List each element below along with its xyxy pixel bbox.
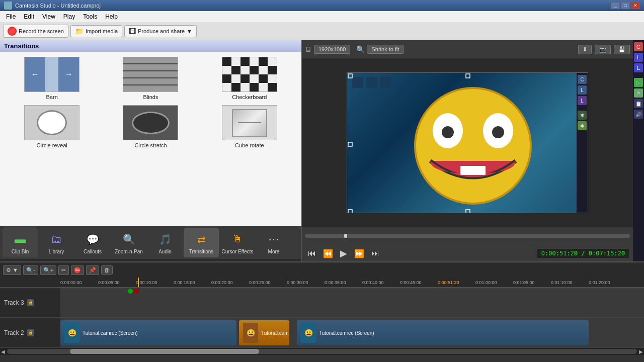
frs-icon-6[interactable]: 📋 [634, 99, 643, 108]
tool-zoom-pan[interactable]: 🔍 Zoom-n-Pan [111, 228, 146, 257]
transitions-label: Transitions [189, 249, 214, 254]
timeline-tool-2[interactable]: ⛔ [71, 265, 84, 275]
preview-rsb-5[interactable]: ✱ [578, 121, 587, 130]
transition-circle-stretch[interactable]: Circle stretch [104, 105, 197, 148]
frs-icon-4[interactable]: ▷ [634, 78, 643, 87]
clip-3-thumb: 😀 [301, 323, 316, 343]
timeline-tool-1[interactable]: ✂ [58, 265, 69, 275]
minimize-button[interactable]: _ [611, 2, 620, 9]
menu-file[interactable]: File [2, 12, 20, 21]
clip-1-thumb: 😀 [64, 323, 79, 343]
timeline-tool-3[interactable]: 📌 [86, 265, 99, 275]
tool-library[interactable]: 🗂 Library [39, 228, 74, 257]
step-back-button[interactable]: ⏪ [321, 248, 335, 259]
scroll-left-arrow[interactable]: ◀ [1, 349, 5, 354]
import-button[interactable]: 📁 Import media [70, 25, 122, 37]
blind-strip-4 [123, 78, 178, 85]
checker-cell-1-2 [240, 66, 250, 74]
preview-controls [302, 227, 633, 245]
library-label: Library [49, 249, 64, 254]
frs-icon-3[interactable]: L [634, 63, 643, 72]
scroll-right-arrow[interactable]: ▶ [639, 349, 643, 354]
preview-right-tools: C L L ✱ ✱ [577, 73, 588, 213]
track-2-clip-2[interactable]: 😀 Tutorial.cam... [239, 320, 289, 345]
close-button[interactable]: ✕ [631, 2, 640, 9]
track-3-name: Track 3 [4, 299, 24, 306]
blind-strip-3 [123, 71, 178, 78]
preview-tool-3[interactable]: 💾 [614, 45, 630, 54]
preview-rsb-2[interactable]: L [578, 85, 587, 95]
transition-checker-label: Checkerboard [232, 94, 267, 100]
transition-blinds[interactable]: Blinds [104, 57, 197, 100]
menu-edit[interactable]: Edit [20, 12, 38, 21]
produce-button[interactable]: 🎞 Produce and share ▼ [124, 25, 197, 37]
skip-end-button[interactable]: ⏭ [369, 248, 381, 259]
track-3-lock[interactable]: 🔒 [27, 299, 34, 306]
timeline-zoom-in[interactable]: 🔍+ [40, 265, 56, 275]
transition-barn[interactable]: ← → Barn [5, 57, 99, 100]
tool-more[interactable]: ⋯ More [256, 228, 291, 257]
clip-3-label: Tutorial.camrec (Screen) [319, 330, 589, 336]
ruler-mark-13: 0:01:10:00 [551, 280, 589, 285]
step-forward-button[interactable]: ⏩ [352, 248, 366, 259]
checker-cell-3-3 [250, 83, 259, 92]
scrubber-handle[interactable] [344, 234, 347, 238]
tool-clip-bin[interactable]: ▬ Clip Bin [3, 228, 38, 257]
frs-icon-7[interactable]: 🔊 [634, 110, 643, 119]
resolution-button[interactable]: 1920x1080 [314, 45, 350, 54]
frs-chrome-icon[interactable]: C [634, 42, 643, 51]
preview-rsb-4[interactable]: ✱ [578, 111, 587, 120]
library-icon: 🗂 [48, 231, 64, 247]
tool-transitions[interactable]: ⇄ Transitions [184, 228, 219, 257]
track-2-lock[interactable]: 🔒 [27, 329, 34, 336]
preview-rsb-1[interactable]: C [578, 75, 587, 84]
timeline-header: ⚙ ▼ Show Marker view Ctrl+M Show Quiz vi… [0, 262, 644, 278]
transitions-title: Transitions [4, 42, 39, 50]
transition-circle-reveal[interactable]: Circle reveal [5, 105, 99, 148]
svg-rect-13 [348, 142, 352, 146]
menu-play[interactable]: Play [59, 12, 79, 21]
menu-tools[interactable]: Tools [79, 12, 101, 21]
checker-cell-1-5 [268, 66, 277, 74]
skip-start-button[interactable]: ⏮ [306, 248, 318, 259]
tools-bar: ▬ Clip Bin 🗂 Library 💬 Callouts 🔍 Zoom-n… [0, 226, 301, 259]
transition-checker-thumb [222, 57, 277, 92]
transition-circle-stretch-label: Circle stretch [134, 142, 167, 148]
transitions-grid: ← → Barn [0, 52, 301, 153]
menu-view[interactable]: View [38, 12, 59, 21]
scroll-track[interactable] [7, 349, 637, 354]
track-row-2: Track 2 🔒 😀 Tutorial.camrec (Screen) 😀 T… [0, 318, 644, 348]
frs-icon-2[interactable]: L [634, 53, 643, 62]
track-2-clip-3[interactable]: 😀 Tutorial.camrec (Screen) [297, 320, 589, 345]
tool-callouts[interactable]: 💬 Callouts [75, 228, 110, 257]
search-icon: 🔍 [356, 45, 365, 53]
timeline-settings-button[interactable]: ⚙ ▼ [3, 265, 21, 275]
transition-circle-reveal-label: Circle reveal [37, 142, 67, 148]
tool-cursor-effects[interactable]: 🖱 Cursor Effects [220, 228, 255, 257]
record-button[interactable]: Record the screen [3, 25, 68, 38]
preview-rsb-3[interactable]: L [578, 96, 587, 105]
transition-checker[interactable]: Checkerboard [203, 57, 296, 100]
svg-rect-2 [380, 77, 391, 88]
fit-button[interactable]: Shrink to fit [367, 45, 404, 54]
maximize-button[interactable]: □ [621, 2, 630, 9]
circle-reveal-preview [25, 106, 79, 140]
track-2-clip-1[interactable]: 😀 Tutorial.camrec (Screen) [60, 320, 236, 345]
scroll-thumb[interactable] [70, 349, 259, 354]
produce-icon: 🎞 [129, 27, 136, 35]
transition-cube-rotate[interactable]: Cube rotate [203, 105, 296, 148]
preview-tool-2[interactable]: 📷 [595, 45, 611, 54]
ruler-mark-7: 0:00:35:00 [325, 280, 362, 285]
timeline-tool-4[interactable]: 🗑 [101, 265, 113, 275]
window-controls[interactable]: _ □ ✕ [611, 2, 640, 9]
menu-help[interactable]: Help [101, 12, 122, 21]
timeline-scrubber[interactable] [305, 234, 630, 238]
ruler-mark-3: 0:00:15:00 [174, 280, 211, 285]
track-3-markers [128, 289, 139, 294]
tool-audio[interactable]: 🎵 Audio [147, 228, 183, 257]
timeline-zoom-out[interactable]: 🔍- [23, 265, 38, 275]
play-button[interactable]: ▶ [338, 247, 349, 260]
playback-controls: ⏮ ⏪ ▶ ⏩ ⏭ 0:00:51:20 / 0:07:15:20 [302, 245, 633, 261]
preview-tool-1[interactable]: ⬇ [578, 45, 592, 54]
frs-icon-5[interactable]: ⚑ [634, 88, 643, 98]
